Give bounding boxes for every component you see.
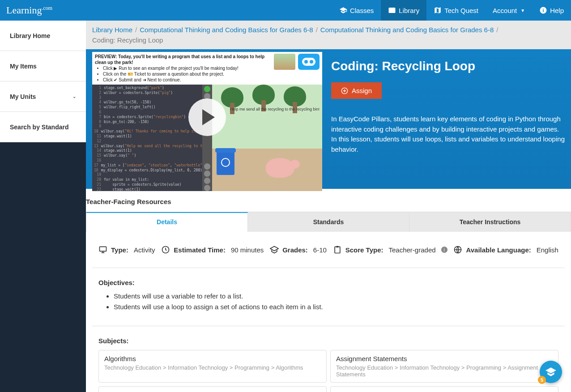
- sidebar-search-standard[interactable]: Search by Standard: [0, 112, 86, 142]
- lang-label: Available Language:: [466, 246, 531, 254]
- code-line: 9: [94, 124, 200, 129]
- code-line: 6: [94, 110, 200, 115]
- code-line: 18my_display = codesters.Display(my_list…: [94, 168, 200, 173]
- details-row: Type: Activity Estimated Time: 90 minute…: [92, 232, 565, 268]
- nav-techquest[interactable]: Tech Quest: [426, 0, 486, 21]
- nav-account-label: Account: [493, 7, 517, 14]
- svg-rect-3: [100, 247, 107, 251]
- brand-suffix: .com: [42, 5, 52, 11]
- nav-techquest-label: Tech Quest: [444, 7, 478, 14]
- grades-label: Grades:: [282, 246, 308, 254]
- graduation-icon: [270, 245, 279, 254]
- subjects-heading: Subjects:: [98, 337, 558, 345]
- lesson-preview[interactable]: PREVIEW: Today, you'll be writing a prog…: [92, 52, 322, 183]
- lang-value: English: [537, 246, 558, 254]
- play-icon: [202, 109, 215, 125]
- grades-value: 6-10: [313, 246, 327, 254]
- sidebar-my-units[interactable]: My Units ⌄: [0, 81, 86, 112]
- assign-label: Assign: [352, 87, 372, 94]
- subject-path: Technology Education > Information Techn…: [336, 364, 553, 378]
- objectives-heading: Objectives:: [98, 279, 558, 286]
- breadcrumb-library-home[interactable]: Library Home: [92, 26, 132, 34]
- nav-account[interactable]: Account ▼: [486, 0, 532, 21]
- code-line: 21 sprite = codesters.Sprite(value): [94, 183, 200, 187]
- info-icon: i: [539, 6, 547, 14]
- breadcrumb-sep: /: [496, 26, 498, 34]
- breadcrumb-level-2[interactable]: Computational Thinking and Coding Basics…: [320, 26, 494, 34]
- main-content: Library Home / Computational Thinking an…: [86, 21, 571, 392]
- sidebar-library-home[interactable]: Library Home: [0, 21, 86, 51]
- nav-library[interactable]: Library: [381, 0, 426, 21]
- info-tooltip-icon[interactable]: i: [441, 247, 447, 253]
- subject-title: Algorithms: [104, 355, 321, 362]
- type-label: Type:: [111, 246, 128, 254]
- subject-path: Technology Education > Information Techn…: [104, 364, 321, 371]
- assign-button[interactable]: Assign: [331, 82, 382, 99]
- sidebar-label: Library Home: [10, 32, 50, 39]
- plus-circle-icon: [341, 87, 348, 94]
- breadcrumb-sep: /: [316, 26, 318, 34]
- play-button[interactable]: [188, 98, 226, 136]
- time-label: Estimated Time:: [174, 246, 226, 254]
- graduation-cap-icon: [545, 366, 557, 378]
- clock-icon: [161, 245, 170, 254]
- map-icon: [434, 6, 442, 14]
- game-stage-preview: Help me send all the recycling to the re…: [212, 85, 322, 191]
- control-icon: [204, 170, 210, 177]
- code-line: 19: [94, 173, 200, 178]
- notification-badge: 5: [538, 376, 546, 384]
- preview-bullet: Click on the 🎫 Ticket to answer a questi…: [103, 71, 271, 77]
- lesson-description: In EasyCode Pillars, students learn key …: [331, 114, 565, 154]
- nav-classes-label: Classes: [350, 7, 374, 14]
- svg-rect-6: [336, 246, 338, 247]
- codesters-logo-icon: [298, 54, 320, 70]
- brand-logo[interactable]: Learning.com: [6, 4, 52, 16]
- left-sidebar: Library Home My Items My Units ⌄ Search …: [0, 21, 86, 392]
- control-icon: [204, 185, 210, 191]
- svg-rect-5: [335, 247, 340, 253]
- sidebar-my-items[interactable]: My Items: [0, 51, 86, 81]
- nav-classes[interactable]: Classes: [332, 0, 381, 21]
- svg-text:i: i: [543, 8, 544, 13]
- graduation-cap-icon: [339, 6, 347, 14]
- subject-card[interactable]: Attend to PrecisionMathematics > Process…: [98, 386, 327, 392]
- code-editor-preview: 1stage.set_background("park")2wilbur = c…: [92, 85, 202, 191]
- book-icon: [388, 6, 396, 14]
- breadcrumb-level-1[interactable]: Computational Thinking and Coding Basics…: [140, 26, 313, 34]
- nav-library-label: Library: [399, 7, 419, 14]
- objectives-section: Objectives: Students will use a variable…: [92, 268, 565, 326]
- code-line: 11stage.wait(1): [94, 134, 200, 139]
- help-fab-button[interactable]: 5: [540, 361, 562, 383]
- objective-item: Students will use a variable to refer to…: [114, 291, 558, 302]
- score-value: Teacher-graded: [389, 246, 436, 254]
- tab-teacher-instructions[interactable]: Teacher Instructions: [409, 212, 571, 232]
- resources-heading: Teacher-Facing Resources: [86, 189, 571, 212]
- clipboard-icon: [333, 245, 342, 254]
- code-line: 7bin = codesters.Sprite("recyclingbin"): [94, 115, 200, 120]
- caret-down-icon: ▼: [520, 8, 525, 13]
- sidebar-label: Search by Standard: [10, 124, 69, 131]
- code-line: 12: [94, 139, 200, 144]
- code-line: 17my_list = ["sodacan", "steelcan", "wat…: [94, 163, 200, 168]
- code-line: 4wilbur.go_to(50, -150): [94, 100, 200, 105]
- code-line: 15wilbur.say(" "): [94, 153, 200, 158]
- nav-help-label: Help: [550, 7, 564, 14]
- preview-thumbnail-icon: [274, 54, 295, 70]
- control-icon: [204, 163, 210, 170]
- code-line: 5wilbur.flip_right_left(): [94, 105, 200, 110]
- tab-details[interactable]: Details: [86, 212, 248, 232]
- objective-item: Students will use a loop to assign a set…: [114, 302, 558, 312]
- subject-card[interactable]: Assignment StatementsTechnology Educatio…: [330, 350, 558, 383]
- resource-tabs: Details Standards Teacher Instructions: [86, 212, 571, 232]
- page-title: Coding: Recycling Loop: [331, 59, 565, 73]
- globe-icon: [453, 245, 462, 254]
- preview-headline: PREVIEW: Today, you'll be writing a prog…: [95, 54, 264, 65]
- code-line: 13wilbur.say("Help me send all the recyc…: [94, 144, 200, 149]
- nav-help[interactable]: i Help: [532, 0, 571, 21]
- code-line: 10wilbur.say("Hi! Thanks for coming to h…: [94, 129, 200, 134]
- tab-standards[interactable]: Standards: [248, 212, 409, 232]
- sidebar-label: My Units: [10, 93, 36, 100]
- code-line: 20for value in my_list:: [94, 178, 200, 183]
- subject-card[interactable]: AlgorithmsTechnology Education > Informa…: [98, 350, 327, 383]
- subject-card[interactable]: Basic TechniquesTechnology Education > I…: [330, 386, 558, 392]
